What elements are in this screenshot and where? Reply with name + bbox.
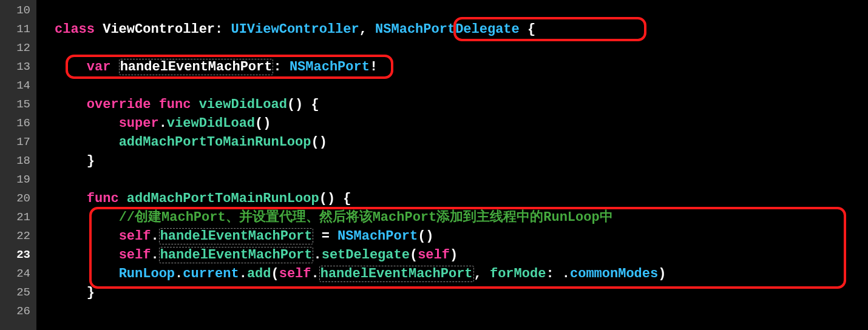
brace: } (87, 153, 95, 169)
code-editor: 10 11 12 13 14 15 16 17 18 19 20 21 22 2… (0, 0, 868, 330)
code-line[interactable] (55, 39, 868, 58)
line-number: 20 (0, 189, 30, 208)
type-nsmachport: NSMachPort (337, 229, 418, 244)
dot: . (159, 116, 167, 131)
line-number: 11 (0, 20, 30, 39)
call-setDelegate: setDelegate (322, 247, 410, 263)
brace: { (343, 191, 351, 206)
code-line[interactable]: self.handelEventMachPort = NSMachPort() (55, 227, 868, 246)
line-number: 22 (0, 227, 30, 246)
arg-forMode: forMode (490, 266, 546, 281)
dot: . (151, 247, 158, 263)
type-uiviewcontroller: UIViewController (231, 22, 359, 37)
prop-current: current (183, 266, 239, 281)
enum-commonModes: commonModes (570, 266, 658, 281)
line-number: 13 (0, 58, 30, 76)
class-name: ViewController (103, 22, 215, 37)
colon: : (215, 22, 223, 37)
type-nsmachport: NSMachPort (290, 59, 370, 75)
code-line[interactable]: override func viewDidLoad() { (55, 95, 868, 114)
line-number: 17 (0, 133, 30, 152)
keyword-self: self (418, 247, 450, 263)
code-line[interactable]: RunLoop.current.add(self.handelEventMach… (55, 264, 868, 283)
dot: . (175, 266, 183, 281)
line-number: 24 (0, 264, 30, 283)
code-line[interactable]: func addMachPortToMainRunLoop() { (55, 189, 868, 208)
code-line[interactable]: //创建MachPort、并设置代理、然后将该MachPort添加到主线程中的R… (55, 208, 868, 227)
bang: ! (370, 59, 378, 75)
code-area[interactable]: class ViewController: UIViewController, … (36, 0, 868, 330)
colon: : (546, 266, 554, 281)
brace: { (311, 97, 319, 112)
code-line[interactable]: } (55, 152, 868, 170)
keyword-var: var (87, 59, 111, 75)
keyword-super: super (119, 116, 159, 131)
keyword-override: override (87, 97, 151, 112)
property-handelEventMachPort: handelEventMachPort (319, 266, 474, 282)
line-number: 14 (0, 76, 30, 95)
rparen: ) (450, 247, 458, 263)
comment: //创建MachPort、并设置代理、然后将该MachPort添加到主线程中的R… (119, 210, 613, 225)
line-number: 16 (0, 114, 30, 133)
type-runloop: RunLoop (119, 266, 175, 281)
keyword-func: func (87, 191, 119, 206)
dot: . (151, 229, 158, 244)
keyword-class: class (55, 22, 95, 37)
func-addMachPortToMainRunLoop: addMachPortToMainRunLoop (127, 191, 319, 206)
func-viewDidLoad: viewDidLoad (199, 97, 287, 112)
code-line[interactable]: addMachPortToMainRunLoop() (55, 133, 868, 152)
brace: { (527, 22, 535, 37)
line-number: 18 (0, 152, 30, 170)
rparen: ) (658, 266, 666, 281)
line-number: 25 (0, 283, 30, 302)
keyword-self: self (119, 247, 151, 263)
parens: () (255, 116, 271, 131)
property-handelEventMachPort: handelEventMachPort (159, 247, 314, 263)
comma: , (359, 22, 367, 37)
line-number: 26 (0, 302, 30, 321)
gutter: 10 11 12 13 14 15 16 17 18 19 20 21 22 2… (0, 0, 36, 330)
line-number: 19 (0, 170, 30, 189)
dot: . (239, 266, 247, 281)
property-handelEventMachPort: handelEventMachPort (159, 228, 314, 244)
parens: () (319, 191, 335, 206)
colon: : (273, 59, 281, 75)
line-number: 12 (0, 39, 30, 58)
keyword-func: func (159, 97, 191, 112)
code-line[interactable]: var handelEventMachPort: NSMachPort! (55, 58, 868, 76)
code-line[interactable] (55, 302, 868, 321)
code-line[interactable]: self.handelEventMachPort.setDelegate(sel… (55, 246, 868, 264)
dot: . (311, 266, 319, 281)
code-line[interactable]: } (55, 283, 868, 302)
parens: () (418, 229, 433, 244)
call-addMachPortToMainRunLoop: addMachPortToMainRunLoop (119, 135, 311, 150)
dot: . (562, 266, 570, 281)
line-number: 21 (0, 208, 30, 227)
parens: () (287, 97, 303, 112)
code-line[interactable] (55, 76, 868, 95)
line-number: 23 (0, 246, 30, 264)
code-line[interactable] (55, 1, 868, 20)
dot: . (313, 247, 321, 263)
code-line[interactable] (55, 170, 868, 189)
code-line[interactable]: super.viewDidLoad() (55, 114, 868, 133)
call-viewDidLoad: viewDidLoad (167, 116, 255, 131)
type-nsmachportdelegate: NSMachPortDelegate (375, 22, 520, 37)
property-handelEventMachPort: handelEventMachPort (119, 59, 274, 75)
comma: , (474, 266, 482, 281)
call-add: add (247, 266, 271, 281)
keyword-self: self (119, 229, 151, 244)
brace: } (87, 285, 95, 300)
line-number: 15 (0, 95, 30, 114)
keyword-self: self (279, 266, 311, 281)
lparen: ( (271, 266, 279, 281)
parens: () (311, 135, 327, 150)
eq: = (313, 229, 337, 244)
code-line[interactable]: class ViewController: UIViewController, … (55, 20, 868, 39)
lparen: ( (410, 247, 418, 263)
line-number: 10 (0, 1, 30, 20)
